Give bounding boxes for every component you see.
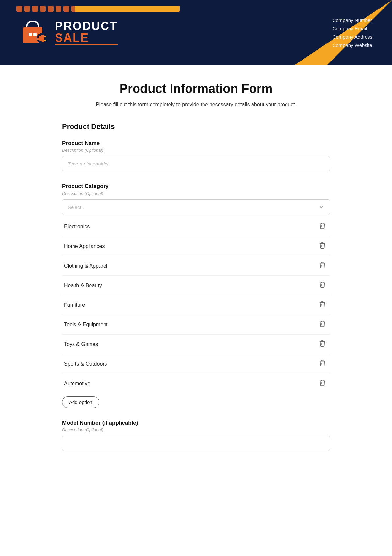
option-label: Home Appliances — [64, 243, 105, 249]
logo-product-text: PRODUCT — [55, 20, 118, 32]
product-name-field-group: Product Name Description (Optional) — [62, 140, 330, 171]
product-category-field-group: Product Category Description (Optional) … — [62, 183, 330, 408]
option-item: Automotive — [62, 374, 330, 393]
svg-point-7 — [44, 40, 46, 41]
add-option-label: Add option — [69, 399, 92, 405]
svg-rect-1 — [29, 33, 32, 36]
logo-area: PRODUCT SALE — [20, 18, 118, 47]
delete-option-button[interactable] — [317, 339, 328, 350]
option-label: Health & Beauty — [64, 283, 102, 288]
trash-icon — [319, 301, 326, 308]
logo-icon — [20, 18, 49, 47]
trash-icon — [319, 222, 326, 229]
svg-point-6 — [44, 36, 46, 37]
option-item: Tools & Equipment — [62, 315, 330, 335]
section-product-details-title: Product Details — [62, 122, 330, 131]
company-number: Company Number — [332, 16, 372, 25]
delete-option-button[interactable] — [317, 221, 328, 232]
add-option-button[interactable]: Add option — [62, 396, 99, 408]
option-item: Electronics — [62, 217, 330, 236]
product-category-label: Product Category — [62, 183, 330, 190]
svg-rect-2 — [33, 33, 37, 36]
delete-option-button[interactable] — [317, 240, 328, 252]
option-item: Home Appliances — [62, 236, 330, 256]
delete-option-button[interactable] — [317, 299, 328, 311]
chevron-down-icon — [318, 204, 324, 210]
model-number-field-group: Model Number (if applicable) Description… — [62, 420, 330, 451]
header-company-info: Company Number Company Email Company Add… — [332, 16, 372, 49]
trash-icon — [319, 320, 326, 327]
main-content: Product Information Form Please fill out… — [49, 65, 343, 479]
trash-icon — [319, 261, 326, 269]
model-number-label: Model Number (if applicable) — [62, 420, 330, 426]
company-website: Company Website — [332, 41, 372, 50]
model-number-input[interactable] — [62, 436, 330, 451]
select-placeholder: Select.. — [68, 204, 84, 210]
header-dots — [16, 6, 85, 12]
option-label: Automotive — [64, 381, 90, 387]
svg-rect-5 — [37, 38, 39, 40]
delete-option-button[interactable] — [317, 378, 328, 389]
option-item: Furniture — [62, 295, 330, 315]
product-name-input[interactable] — [62, 156, 330, 171]
delete-option-button[interactable] — [317, 358, 328, 370]
option-item: Clothing & Apparel — [62, 256, 330, 276]
model-number-description: Description (Optional) — [62, 427, 330, 432]
trash-icon — [319, 359, 326, 367]
option-label: Sports & Outdoors — [64, 361, 107, 367]
category-options-list: Electronics Home Appliances — [62, 217, 330, 393]
option-label: Clothing & Apparel — [64, 263, 107, 269]
company-email: Company Email — [332, 25, 372, 33]
company-address: Company Address — [332, 33, 372, 41]
delete-option-button[interactable] — [317, 280, 328, 291]
option-label: Toys & Games — [64, 341, 98, 347]
product-category-description: Description (Optional) — [62, 191, 330, 196]
option-item: Health & Beauty — [62, 276, 330, 295]
page-subtitle: Please fill out this form completely to … — [62, 102, 330, 108]
logo-text: PRODUCT SALE — [55, 20, 118, 45]
option-item: Sports & Outdoors — [62, 354, 330, 374]
page-title: Product Information Form — [62, 82, 330, 96]
header-orange-bar — [75, 6, 180, 12]
delete-option-button[interactable] — [317, 260, 328, 271]
option-label: Electronics — [64, 224, 90, 230]
option-label: Tools & Equipment — [64, 322, 107, 328]
option-label: Furniture — [64, 302, 85, 308]
trash-icon — [319, 281, 326, 288]
trash-icon — [319, 379, 326, 386]
trash-icon — [319, 242, 326, 249]
product-name-label: Product Name — [62, 140, 330, 147]
page-header: PRODUCT SALE Company Number Company Emai… — [0, 0, 392, 65]
delete-option-button[interactable] — [317, 319, 328, 330]
option-item: Toys & Games — [62, 335, 330, 354]
product-name-description: Description (Optional) — [62, 148, 330, 153]
trash-icon — [319, 340, 326, 347]
product-category-select[interactable]: Select.. — [62, 199, 330, 215]
logo-sale-text: SALE — [55, 32, 118, 45]
